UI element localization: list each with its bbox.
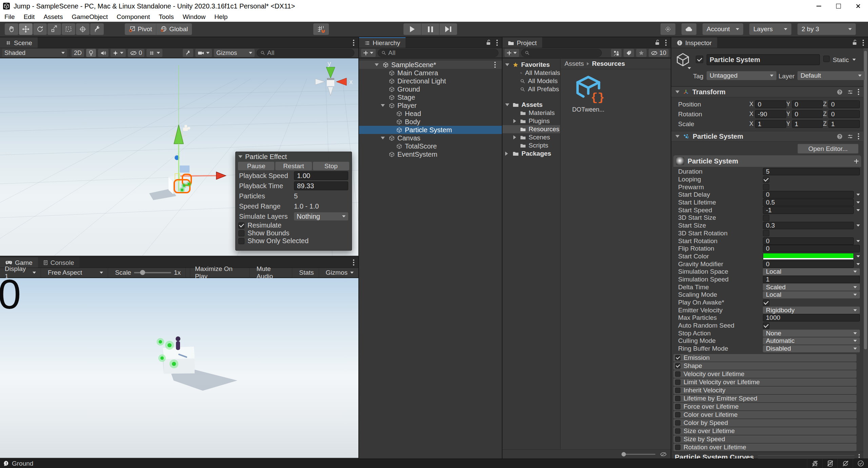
menu-window[interactable]: Window: [178, 12, 210, 22]
static-checkbox[interactable]: [823, 56, 830, 62]
shading-mode-dropdown[interactable]: Shaded: [2, 49, 67, 57]
game-gizmos-dropdown[interactable]: Gizmos: [321, 268, 358, 277]
presets-icon[interactable]: [847, 134, 853, 139]
project-packages-row[interactable]: Packages: [502, 150, 560, 158]
hierarchy-item-directional-light[interactable]: Directional Light: [359, 77, 502, 85]
hand-tool-button[interactable]: [5, 23, 18, 35]
scene-gizmos-dropdown[interactable]: Gizmos: [214, 49, 255, 57]
open-editor-button[interactable]: Open Editor...: [797, 144, 859, 154]
gravity-mode-dropdown[interactable]: [856, 263, 860, 265]
presets-icon[interactable]: [847, 89, 853, 95]
transform-kebab-icon[interactable]: [858, 91, 859, 93]
start-color-swatch[interactable]: [763, 253, 854, 260]
hierarchy-item-ground[interactable]: Ground: [359, 85, 502, 93]
maximize-button[interactable]: [829, 0, 848, 12]
aspect-dropdown[interactable]: Free Aspect: [43, 268, 108, 277]
position-x-field[interactable]: 0: [755, 100, 786, 108]
start-lifetime-mode-dropdown[interactable]: [856, 201, 860, 203]
position-y-field[interactable]: 0: [792, 100, 823, 108]
2d-toggle[interactable]: 2D: [72, 49, 84, 57]
simulation-space-dropdown[interactable]: Local: [763, 268, 860, 275]
custom-tools-button[interactable]: [90, 23, 104, 35]
simulate-layers-dropdown[interactable]: Nothing: [294, 212, 348, 220]
tab-project[interactable]: Project: [502, 37, 542, 48]
menu-gameobject[interactable]: GameObject: [67, 12, 112, 22]
start-rotation-mode-dropdown[interactable]: [856, 240, 860, 242]
search-by-type-button[interactable]: [611, 49, 622, 57]
show-only-selected-checkbox-row[interactable]: Show Only Selected: [236, 237, 352, 245]
account-dropdown[interactable]: Account: [703, 23, 743, 35]
hierarchy-item-main-camera[interactable]: Main Camera: [359, 69, 502, 77]
game-menu-kebab-icon[interactable]: [353, 262, 354, 263]
plus-icon[interactable]: [854, 159, 859, 163]
project-plugins-folder-row[interactable]: Plugins: [502, 117, 560, 125]
minimize-button[interactable]: [809, 0, 829, 12]
favorites-filter-button[interactable]: [636, 49, 647, 57]
particle-effect-header[interactable]: Particle Effect: [236, 152, 352, 161]
menu-component[interactable]: Component: [112, 12, 154, 22]
scene-tools-button[interactable]: [183, 49, 193, 57]
rect-tool-button[interactable]: [62, 23, 75, 35]
layers-dropdown[interactable]: Layers: [749, 23, 791, 35]
hierarchy-add-button[interactable]: [361, 49, 376, 57]
rotation-z-field[interactable]: 0: [828, 110, 860, 118]
project-all-models-row[interactable]: All Models: [502, 77, 560, 85]
transform-tool-button[interactable]: [76, 23, 90, 35]
playback-speed-field[interactable]: 1.00: [294, 171, 348, 180]
project-scenes-folder-row[interactable]: Scenes: [502, 133, 560, 141]
particle-system-kebab-icon[interactable]: [858, 136, 859, 137]
audio-toggle[interactable]: [98, 49, 108, 57]
stop-action-dropdown[interactable]: None: [763, 330, 860, 337]
simulation-speed-field[interactable]: 1: [763, 276, 860, 283]
background-tasks-button[interactable]: [853, 459, 868, 468]
hierarchy-item-totalscore[interactable]: TotalScore: [359, 142, 502, 150]
transform-header[interactable]: Transform: [671, 86, 863, 97]
prewarm-checkbox[interactable]: [763, 184, 769, 190]
pause-particles-button[interactable]: Pause: [238, 162, 274, 170]
step-button[interactable]: [439, 23, 457, 35]
project-all-prefabs-row[interactable]: All Prefabs: [502, 85, 560, 93]
layout-dropdown[interactable]: 2 by 3: [797, 23, 856, 35]
start-rotation-field[interactable]: 0: [763, 237, 854, 245]
position-z-field[interactable]: 0: [828, 100, 860, 108]
hidden-objects-toggle[interactable]: 0: [128, 49, 144, 57]
cloud-services-button[interactable]: [682, 23, 696, 35]
start-delay-field[interactable]: 0: [763, 191, 854, 198]
gizmo-axis-x-label[interactable]: x: [349, 78, 353, 86]
hierarchy-item-particle-system[interactable]: Particle System: [359, 126, 502, 134]
start-color-mode-dropdown[interactable]: [856, 255, 860, 257]
gizmo-axis-y-label[interactable]: y: [328, 60, 331, 67]
hierarchy-item-body[interactable]: Body: [359, 118, 502, 126]
menu-help[interactable]: Help: [210, 12, 232, 22]
debugger-status-button[interactable]: [807, 459, 822, 468]
pivot-toggle-button[interactable]: Pivot: [125, 23, 156, 35]
scale-z-field[interactable]: 1: [828, 120, 860, 128]
culling-mode-dropdown[interactable]: Automatic: [763, 337, 860, 345]
lock-icon[interactable]: [486, 40, 491, 45]
inspector-menu-kebab-icon[interactable]: [863, 42, 864, 43]
maximize-on-play-toggle[interactable]: Maximize On Play: [190, 268, 250, 277]
start-size-field[interactable]: 0.3: [763, 222, 854, 229]
play-button[interactable]: [403, 23, 421, 35]
gravity-modifier-field[interactable]: 0: [763, 260, 854, 268]
rotation-x-field[interactable]: -90: [755, 110, 786, 118]
module-force-over-lifetime[interactable]: Force over Lifetime: [673, 403, 856, 410]
scale-slider[interactable]: [134, 272, 171, 273]
search-everything-button[interactable]: [660, 23, 675, 35]
rotate-tool-button[interactable]: [33, 23, 47, 35]
cache-server-status-button[interactable]: [822, 459, 837, 468]
module-color-over-lifetime[interactable]: Color over Lifetime: [673, 411, 856, 418]
max-particles-field[interactable]: 1000: [763, 314, 860, 321]
project-all-materials-row[interactable]: All Materials: [502, 69, 560, 77]
project-search-input[interactable]: [521, 49, 602, 57]
tab-inspector[interactable]: Inspector: [671, 37, 717, 48]
tag-dropdown[interactable]: Untagged: [707, 71, 776, 80]
breadcrumb-current[interactable]: Resources: [592, 60, 625, 67]
asset-zoom-slider[interactable]: [622, 454, 655, 455]
delta-time-dropdown[interactable]: Scaled: [763, 284, 860, 291]
eye-crossed-icon[interactable]: [660, 452, 667, 456]
project-materials-folder-row[interactable]: Materials: [502, 109, 560, 117]
tab-hierarchy[interactable]: Hierarchy: [359, 37, 406, 48]
project-assets-row[interactable]: Assets: [502, 101, 560, 109]
tab-scene[interactable]: Scene: [0, 37, 38, 48]
